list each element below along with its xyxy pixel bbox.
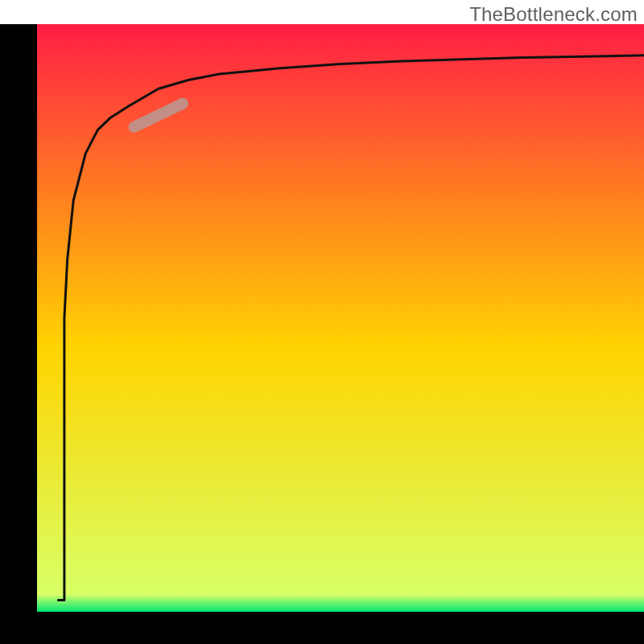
chart-container: TheBottleneck.com bbox=[0, 0, 644, 644]
x-axis-band bbox=[0, 612, 644, 644]
plot-area bbox=[37, 24, 644, 612]
y-axis-band bbox=[0, 24, 37, 644]
chart-svg bbox=[0, 0, 644, 644]
watermark-text: TheBottleneck.com bbox=[469, 3, 638, 26]
